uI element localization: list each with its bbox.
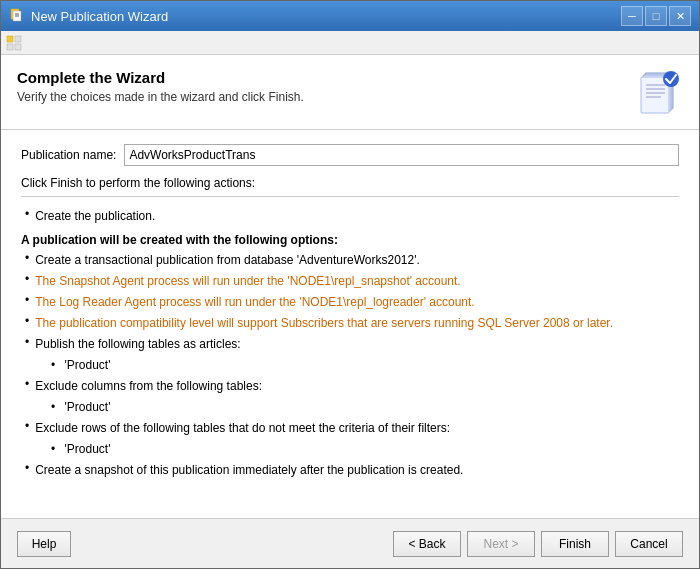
sub-list-item: • 'Product' [21,356,679,374]
list-item: Exclude columns from the following table… [21,377,679,395]
bullet-icon: • [51,358,55,372]
footer-right: < Back Next > Finish Cancel [393,531,683,557]
close-button[interactable]: ✕ [669,6,691,26]
window-title: New Publication Wizard [31,9,168,24]
svg-rect-6 [15,36,21,42]
options-heading: A publication will be created with the f… [21,233,679,247]
minimize-button[interactable]: ─ [621,6,643,26]
wizard-content: Publication name: Click Finish to perfor… [1,130,699,518]
option-7-sub1-text: 'Product' [65,442,111,456]
bullet-icon: • [51,442,55,456]
option-7-text: Exclude rows of the following tables tha… [35,419,450,437]
toolbar [1,31,699,55]
wizard-subtitle: Verify the choices made in the wizard an… [17,90,304,104]
wizard-header-icon [635,69,683,117]
actions-label: Click Finish to perform the following ac… [21,176,679,190]
option-5-sub1-text: 'Product' [65,358,111,372]
app-icon [9,8,25,24]
cancel-button[interactable]: Cancel [615,531,683,557]
wizard-header-text: Complete the Wizard Verify the choices m… [17,69,304,104]
list-item: Create a snapshot of this publication im… [21,461,679,479]
back-button[interactable]: < Back [393,531,461,557]
list-item: The Snapshot Agent process will run unde… [21,272,679,290]
list-item: Create the publication. [21,207,679,225]
action-1-text: Create the publication. [35,207,155,225]
svg-rect-7 [15,44,21,50]
finish-button[interactable]: Finish [541,531,609,557]
title-bar: New Publication Wizard ─ □ ✕ [1,1,699,31]
maximize-button[interactable]: □ [645,6,667,26]
option-5-text: Publish the following tables as articles… [35,335,240,353]
wizard-footer: Help < Back Next > Finish Cancel [1,518,699,568]
option-2-text: The Snapshot Agent process will run unde… [35,272,461,290]
option-3-text: The Log Reader Agent process will run un… [35,293,475,311]
bullet-icon: • [51,400,55,414]
list-item: Publish the following tables as articles… [21,335,679,353]
help-button[interactable]: Help [17,531,71,557]
svg-rect-5 [7,44,13,50]
sub-list-item: • 'Product' [21,440,679,458]
wizard-title: Complete the Wizard [17,69,304,86]
list-item: Create a transactional publication from … [21,251,679,269]
option-6-text: Exclude columns from the following table… [35,377,262,395]
list-item: Exclude rows of the following tables tha… [21,419,679,437]
sub-list-item: • 'Product' [21,398,679,416]
footer-left: Help [17,531,71,557]
window-controls: ─ □ ✕ [621,6,691,26]
book-icon [637,69,681,117]
wizard-header: Complete the Wizard Verify the choices m… [1,55,699,130]
list-item: The Log Reader Agent process will run un… [21,293,679,311]
list-item: The publication compatibility level will… [21,314,679,332]
title-bar-left: New Publication Wizard [9,8,168,24]
next-button[interactable]: Next > [467,531,535,557]
wizard-window: New Publication Wizard ─ □ ✕ Complete th… [0,0,700,569]
toolbar-icon-1 [5,34,23,52]
option-4-text: The publication compatibility level will… [35,314,613,332]
divider-1 [21,196,679,197]
option-8-text: Create a snapshot of this publication im… [35,461,463,479]
pub-name-row: Publication name: [21,144,679,166]
pub-name-label: Publication name: [21,148,116,162]
option-1-text: Create a transactional publication from … [35,251,420,269]
option-6-sub1-text: 'Product' [65,400,111,414]
svg-rect-4 [7,36,13,42]
pub-name-input[interactable] [124,144,679,166]
